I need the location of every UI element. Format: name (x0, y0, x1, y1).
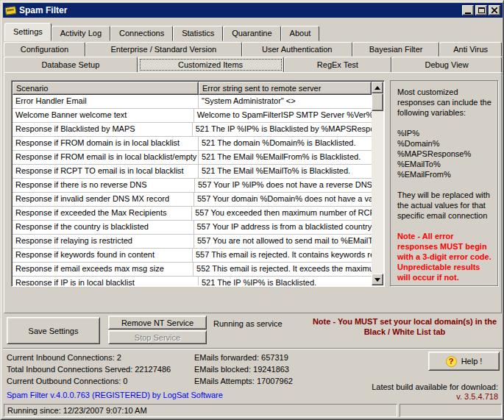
cell-response: 521 The EMail %EMailTo% is Blacklisted. (199, 165, 372, 178)
table-row[interactable]: Welcome Banner welcome textWelcome to Sp… (13, 109, 372, 123)
stat-current-outbound: Current Outbound Connections:0 (7, 377, 127, 385)
info-intro: Most customized responses can include th… (397, 87, 493, 118)
scroll-down-button[interactable] (372, 274, 383, 285)
stat-label: Total Inbound Connections Served: (7, 365, 132, 374)
title-bar[interactable]: Spam Filter (3, 3, 503, 18)
cell-response: 557 Your domain %Domain% does not have a… (194, 193, 372, 206)
cell-scenario: Response if Blacklisted by MAPS (13, 123, 193, 136)
variable-domain: %Domain% (397, 138, 493, 149)
settings-tab-bar-row2: Database Setup Customized Items RegEx Te… (4, 57, 502, 73)
table-row[interactable]: Error Handler Email"System Administrator… (13, 95, 372, 109)
help-label: Help ! (461, 357, 483, 366)
cell-scenario: Error Handler Email (13, 95, 199, 108)
stat-label: Current Outbound Connections: (7, 377, 121, 385)
table-row[interactable]: Response if invalid sender DNS MX record… (13, 193, 372, 207)
statusbar-empty-panel (400, 404, 502, 417)
cell-scenario: Response if RCPT TO email is in local bl… (13, 165, 199, 178)
table-row[interactable]: Response if IP is in local blacklist521 … (13, 277, 372, 285)
minimize-button[interactable] (462, 5, 474, 15)
remove-nt-service-button[interactable]: Remove NT Service (108, 316, 207, 330)
stat-label: EMails blocked: (194, 365, 251, 374)
stat-emails-blocked: EMails blocked:19241863 (194, 365, 289, 374)
cell-scenario: Response if invalid sender DNS MX record (13, 193, 194, 206)
running-as-service-label: Running as service (213, 319, 283, 328)
table-row[interactable]: Response if the country is blacklisted55… (13, 221, 372, 235)
variable-emailfrom: %EMailFrom% (397, 169, 493, 179)
tab-configuration[interactable]: Configuration (4, 42, 85, 57)
app-version-link[interactable]: Spam Filter v.4.0.0.763 (REGISTERED) by … (7, 391, 223, 399)
stat-total-inbound: Total Inbound Connections Served:2212748… (7, 365, 171, 374)
help-button[interactable]: ? Help ! (428, 352, 500, 371)
save-settings-button[interactable]: Save Settings (7, 317, 100, 344)
column-header-error-string[interactable]: Error string sent to remote server (199, 82, 372, 95)
table-row[interactable]: Response if email exceeds max msg size55… (13, 263, 372, 277)
info-replacement: They will be replaced with the actual va… (397, 190, 493, 221)
cell-response: 557 This email is rejected. It contains … (193, 249, 372, 262)
table-row[interactable]: Response if keywords found in content557… (13, 249, 372, 263)
tab-bayesian-filter[interactable]: Bayesian Filter (352, 42, 439, 57)
variable-mapsresponse: %MAPSResponse% (397, 149, 493, 159)
cell-scenario: Response if keywords found in content (13, 249, 193, 262)
scroll-track[interactable] (372, 93, 383, 274)
cell-response: 521 The IP %IP% is Blacklisted. (199, 277, 372, 285)
spam-can-icon (4, 6, 16, 15)
cell-scenario: Response if email exceeds max msg size (13, 263, 194, 276)
main-tab-bar: Settings Activity Log Connections Statis… (4, 21, 319, 41)
tab-regex-test[interactable]: RegEx Test (284, 57, 392, 73)
scroll-thumb[interactable] (372, 93, 383, 111)
table-row[interactable]: Response if Blacklisted by MAPS521 The I… (13, 123, 372, 137)
tab-user-authentication[interactable]: User Authentication (242, 42, 352, 57)
stop-service-button[interactable]: Stop Service (108, 330, 207, 344)
tab-enterprise-standard-version[interactable]: Enterprise / Standard Version (85, 42, 242, 57)
stat-value: 17007962 (257, 377, 293, 385)
customized-items-page: Scenario Error string sent to remote ser… (4, 72, 502, 313)
statusbar-running-since: Running since: 12/23/2007 9:07:10 AM (4, 404, 397, 417)
window-title: Spam Filter (19, 5, 67, 15)
cell-scenario: Response if exceeded the Max Recipients (13, 207, 192, 220)
column-header-scenario[interactable]: Scenario (13, 82, 199, 95)
latest-build-label: Latest build available for download: (372, 382, 498, 391)
cell-response: Welcome to SpamFilterISP SMTP Server %Ve… (194, 109, 372, 122)
variable-emailto: %EMailTo% (397, 159, 493, 169)
tab-settings[interactable]: Settings (4, 23, 52, 41)
maximize-button[interactable] (475, 5, 487, 15)
scroll-up-icon (375, 86, 380, 90)
variables-info-panel: Most customized responses can include th… (390, 80, 498, 286)
tab-debug-view[interactable]: Debug View (391, 57, 502, 73)
close-button[interactable] (489, 5, 500, 15)
tab-connections[interactable]: Connections (110, 26, 173, 41)
table-row[interactable]: Response if FROM domain is in local blac… (13, 137, 372, 151)
tab-anti-virus[interactable]: Anti Virus (439, 42, 502, 57)
maximize-icon (478, 7, 485, 13)
cell-response: 521 The IP %IP% is Blacklisted by %MAPSR… (193, 123, 372, 136)
cell-response: 521 The EMail %EMailFrom% is Blacklisted… (199, 151, 372, 164)
scroll-up-button[interactable] (372, 82, 383, 93)
table-row[interactable]: Response if FROM email is in local black… (13, 151, 372, 165)
table-header: Scenario Error string sent to remote ser… (13, 82, 372, 95)
tab-statistics[interactable]: Statistics (173, 26, 223, 41)
table-row[interactable]: Response if there is no reverse DNS557 Y… (13, 179, 372, 193)
stat-current-inbound: Current Inbound Connections:2 (7, 353, 121, 362)
cell-response: 557 Your IP address is from a blackliste… (194, 221, 372, 234)
tab-customized-items[interactable]: Customized Items (138, 57, 284, 73)
cell-response: "System Administrator" <> (199, 95, 372, 108)
stat-label: Current Inbound Connections: (7, 353, 115, 362)
cell-scenario: Response if the country is blacklisted (13, 221, 194, 234)
tab-about[interactable]: About (281, 26, 320, 41)
tab-activity-log[interactable]: Activity Log (52, 26, 110, 41)
vertical-scrollbar[interactable] (372, 82, 383, 285)
variable-ip: %IP% (397, 128, 493, 138)
stat-emails-forwarded: EMails forwarded:657319 (194, 353, 288, 362)
cell-response: 521 The domain %Domain% is Blacklisted. (199, 137, 372, 150)
table-row[interactable]: Response if relaying is restricted557 Yo… (13, 235, 372, 249)
stat-value: 657319 (261, 353, 288, 362)
cell-response: 557 You exceeded then maximum number of … (192, 207, 372, 220)
table-row[interactable]: Response if RCPT TO email is in local bl… (13, 165, 372, 179)
error-code-warning: Note - All error responses MUST begin wi… (397, 231, 493, 282)
cell-scenario: Response if relaying is restricted (13, 235, 194, 248)
table-row[interactable]: Response if exceeded the Max Recipients5… (13, 207, 372, 221)
tab-quarantine[interactable]: Quarantine (223, 26, 280, 41)
tab-database-setup[interactable]: Database Setup (4, 57, 138, 73)
minimize-icon (465, 13, 471, 14)
stat-value: 22127486 (135, 365, 171, 374)
